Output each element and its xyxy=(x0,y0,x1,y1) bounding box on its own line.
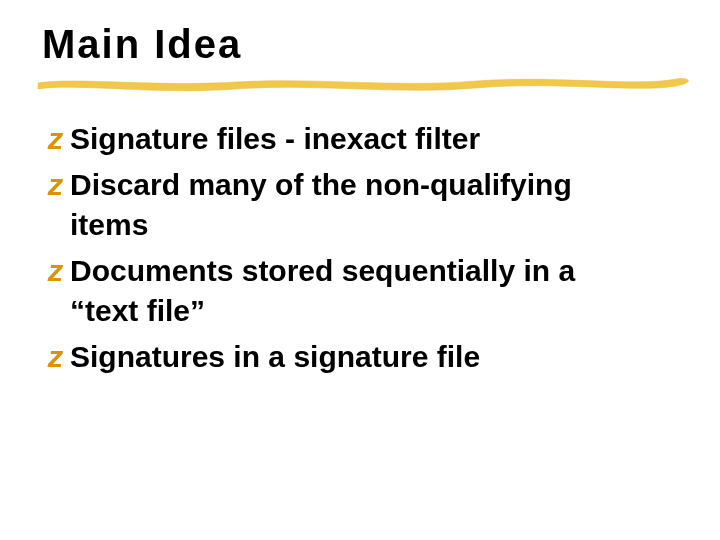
bullet-text: Discard many of the non-qualifying items xyxy=(70,165,630,245)
slide: Main Idea z Signature files - inexact fi… xyxy=(0,0,720,540)
bullet-text: Signatures in a signature file xyxy=(70,337,480,377)
bullet-item: z Discard many of the non-qualifying ite… xyxy=(48,165,678,245)
bullet-item: z Signatures in a signature file xyxy=(48,337,678,377)
bullet-marker-icon: z xyxy=(48,337,68,377)
bullet-marker-icon: z xyxy=(48,119,68,159)
slide-title: Main Idea xyxy=(42,22,678,67)
bullet-marker-icon: z xyxy=(48,165,68,205)
bullet-list: z Signature files - inexact filter z Dis… xyxy=(42,119,678,377)
bullet-text: Signature files - inexact filter xyxy=(70,119,480,159)
bullet-item: z Signature files - inexact filter xyxy=(48,119,678,159)
bullet-marker-icon: z xyxy=(48,251,68,291)
title-underline xyxy=(36,73,698,95)
bullet-item: z Documents stored sequentially in a “te… xyxy=(48,251,678,331)
bullet-text: Documents stored sequentially in a “text… xyxy=(70,251,630,331)
brush-underline-icon xyxy=(36,73,696,95)
